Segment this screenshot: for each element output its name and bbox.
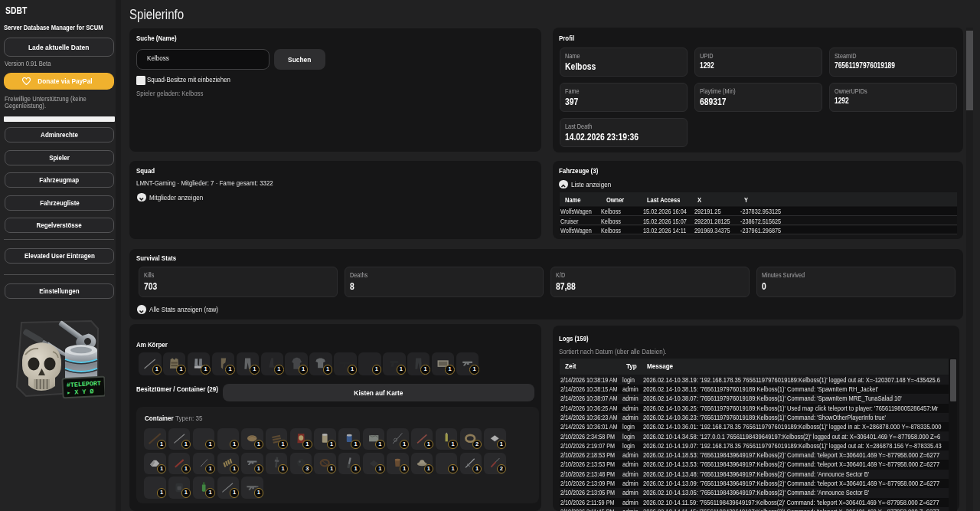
svg-text:▸ X Y Ø: ▸ X Y Ø	[67, 388, 94, 397]
